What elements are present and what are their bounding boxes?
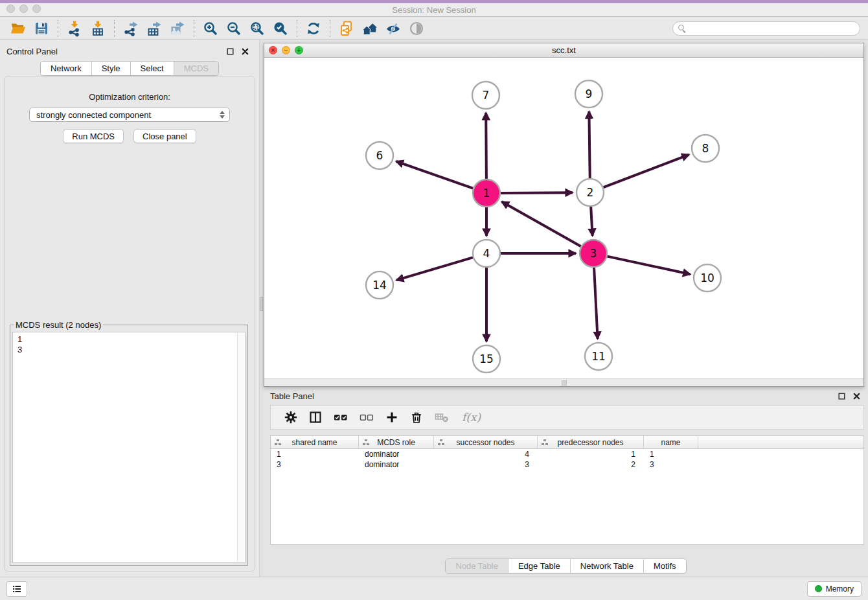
apply-layout-button[interactable] — [302, 19, 325, 38]
result-scrollbar[interactable] — [237, 333, 244, 562]
column-header-mcds-role[interactable]: MCDS role — [359, 436, 434, 448]
export-network-button[interactable] — [119, 19, 143, 38]
criterion-select[interactable]: strongly connected component — [29, 108, 230, 122]
close-table-panel-icon[interactable] — [852, 392, 860, 400]
apply-function-icon[interactable]: f(x) — [462, 408, 481, 427]
tab-edge-table[interactable]: Edge Table — [508, 559, 570, 573]
network-canvas[interactable]: 7968124314101511 — [264, 58, 863, 378]
open-session-button[interactable] — [6, 19, 30, 38]
deselect-all-checkboxes-icon[interactable] — [360, 408, 374, 427]
table-tabs: Node Table Edge Table Network Table Moti… — [264, 559, 868, 573]
node-table[interactable]: shared name MCDS role successor nodes pr… — [270, 435, 864, 545]
network-node-label: 2 — [587, 186, 594, 199]
cell-mcds-role: dominator — [359, 450, 434, 459]
attribute-type-icon — [275, 439, 282, 446]
cell-successor-nodes: 3 — [434, 460, 538, 469]
network-bottom-divider[interactable] — [264, 378, 863, 386]
mcds-result-area[interactable]: 1 3 — [12, 332, 246, 563]
window-minimize-button[interactable] — [19, 5, 28, 13]
application-window: Session: New Session — [0, 0, 868, 600]
network-close-button[interactable]: × — [269, 46, 277, 54]
hide-graphics-details-button[interactable] — [382, 19, 405, 38]
zoom-fit-button[interactable] — [246, 19, 269, 38]
window-controls — [6, 5, 41, 13]
network-edge[interactable] — [589, 111, 589, 178]
network-zoom-button[interactable]: + — [295, 46, 303, 54]
splitter-grip[interactable] — [260, 297, 263, 311]
tab-motifs[interactable]: Motifs — [643, 559, 686, 573]
window-title: Session: New Session — [0, 5, 868, 15]
column-header-successor-nodes[interactable]: successor nodes — [434, 436, 538, 448]
network-node-label: 1 — [483, 187, 490, 200]
cell-shared-name: 1 — [271, 450, 359, 459]
control-panel-header: Control Panel — [0, 40, 259, 57]
zoom-in-button[interactable] — [199, 19, 222, 38]
column-header-predecessor-nodes[interactable]: predecessor nodes — [538, 436, 644, 448]
export-table-button[interactable] — [143, 19, 166, 38]
tab-network[interactable]: Network — [41, 62, 91, 75]
window-close-button[interactable] — [6, 5, 15, 13]
table-row[interactable]: 3 dominator 3 2 3 — [271, 459, 863, 470]
tab-style[interactable]: Style — [91, 62, 130, 75]
close-panel-button[interactable]: Close panel — [133, 129, 196, 143]
tab-mcds[interactable]: MCDS — [174, 62, 218, 75]
table-toolbar: f(x) — [270, 405, 864, 430]
delete-table-icon[interactable] — [435, 408, 450, 427]
show-column-icon[interactable] — [309, 408, 322, 427]
tab-select[interactable]: Select — [130, 62, 174, 75]
network-window-titlebar[interactable]: scc.txt × − + — [264, 43, 863, 58]
network-edge[interactable] — [502, 202, 581, 246]
table-row[interactable]: 1 dominator 4 1 1 — [271, 449, 863, 459]
network-node-label: 14 — [372, 279, 387, 292]
column-header-name[interactable]: name — [644, 436, 698, 448]
run-mcds-button[interactable]: Run MCDS — [63, 129, 124, 143]
mcds-panel-body: Optimization criterion: strongly connect… — [4, 76, 255, 571]
memory-label: Memory — [826, 584, 854, 594]
network-node-label: 9 — [586, 87, 593, 100]
panel-splitter[interactable] — [259, 40, 264, 577]
control-panel-tabs: Network Style Select MCDS — [0, 61, 259, 76]
divider-grip[interactable] — [562, 380, 567, 386]
zoom-out-button[interactable] — [222, 19, 246, 38]
network-edge[interactable] — [604, 155, 689, 188]
network-edge[interactable] — [501, 192, 573, 193]
network-node-label: 15 — [479, 352, 494, 365]
network-node-label: 3 — [590, 247, 597, 260]
network-edge[interactable] — [486, 113, 486, 179]
network-window-controls: × − + — [269, 46, 303, 54]
add-column-plus-icon[interactable] — [385, 408, 398, 427]
show-hidden-button[interactable] — [405, 19, 428, 38]
network-edge[interactable] — [608, 257, 691, 275]
network-edge[interactable] — [396, 257, 473, 280]
network-canvas-svg: 7968124314101511 — [264, 58, 863, 378]
tab-network-table[interactable]: Network Table — [570, 559, 643, 573]
window-zoom-button[interactable] — [32, 5, 41, 13]
delete-column-trash-icon[interactable] — [410, 408, 423, 427]
memory-button[interactable]: Memory — [807, 581, 862, 597]
network-minimize-button[interactable]: − — [282, 46, 290, 54]
tab-node-table[interactable]: Node Table — [446, 559, 508, 573]
first-neighbors-button[interactable] — [358, 19, 382, 38]
import-table-button[interactable] — [86, 19, 109, 38]
column-settings-gear-icon[interactable] — [284, 408, 297, 427]
search-icon — [678, 25, 686, 32]
network-edge[interactable] — [591, 207, 592, 236]
network-edge[interactable] — [594, 268, 598, 339]
network-window: scc.txt × − + 7968124314101511 — [264, 43, 864, 387]
select-all-checkboxes-icon[interactable] — [334, 408, 348, 427]
network-node-label: 8 — [702, 142, 709, 155]
network-edge[interactable] — [396, 161, 474, 189]
close-panel-icon[interactable] — [241, 47, 249, 55]
search-input[interactable] — [689, 23, 854, 34]
save-session-button[interactable] — [30, 19, 53, 38]
export-image-button[interactable] — [166, 19, 189, 38]
show-task-history-button[interactable] — [6, 581, 27, 597]
column-header-shared-name[interactable]: shared name — [271, 436, 359, 448]
float-panel-icon[interactable] — [226, 47, 234, 55]
import-network-button[interactable] — [63, 19, 86, 38]
float-table-panel-icon[interactable] — [838, 392, 845, 400]
new-network-from-selection-button[interactable] — [335, 19, 358, 38]
table-panel: Table Panel — [264, 387, 868, 577]
attribute-type-icon — [542, 439, 549, 446]
zoom-selected-button[interactable] — [269, 19, 292, 38]
